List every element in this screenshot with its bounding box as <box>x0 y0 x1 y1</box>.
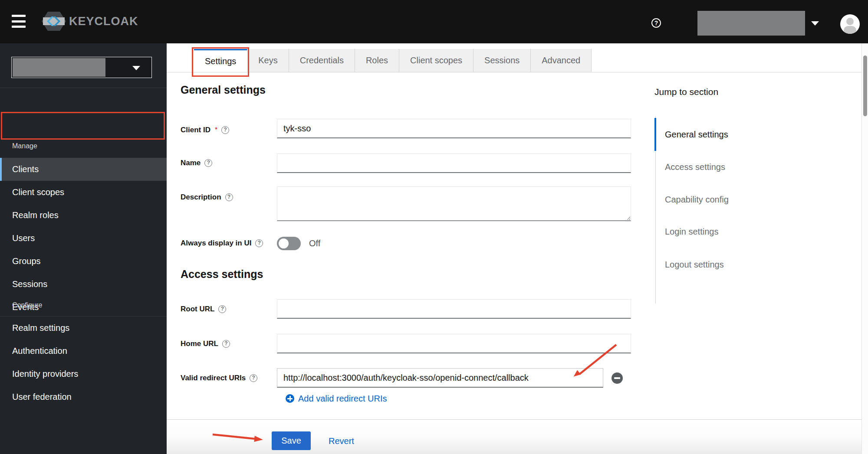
root-url-input[interactable] <box>277 299 631 319</box>
client-id-label: Client ID <box>181 126 210 134</box>
nav-section-label-manage: Manage <box>12 141 37 151</box>
sidebar-item-client-scopes[interactable]: Client scopes <box>0 181 167 204</box>
user-menu[interactable] <box>697 11 819 36</box>
jump-link-login-settings[interactable]: Login settings <box>665 226 718 237</box>
sidebar-item-realm-settings[interactable]: Realm settings <box>0 317 167 340</box>
home-url-input[interactable] <box>277 334 631 353</box>
always-display-label-row: Always display in UI <box>181 238 263 248</box>
section-heading-access: Access settings <box>181 268 263 281</box>
help-icon[interactable] <box>221 126 229 134</box>
avatar[interactable] <box>840 14 860 34</box>
hamburger-bar <box>12 15 26 17</box>
sidebar-item-sessions[interactable]: Sessions <box>0 273 167 296</box>
redacted-username-block <box>697 11 805 36</box>
description-textarea[interactable] <box>277 186 631 221</box>
sidebar-item-authentication[interactable]: Authentication <box>0 340 167 363</box>
help-icon[interactable] <box>250 374 257 382</box>
redirect-uri-input[interactable] <box>277 368 603 388</box>
client-id-label-row: Client ID * <box>181 125 229 135</box>
sidebar-divider <box>0 88 167 88</box>
remove-redirect-uri-button[interactable] <box>612 372 623 384</box>
add-redirect-uri-link[interactable]: Add valid redirect URIs <box>286 393 387 404</box>
keycloak-hexagon-icon <box>41 10 66 32</box>
always-display-label: Always display in UI <box>181 239 251 248</box>
jump-link-capability-config[interactable]: Capability config <box>665 194 729 205</box>
tabs-underline <box>167 72 868 72</box>
name-label: Name <box>181 159 201 167</box>
name-input[interactable] <box>277 154 631 173</box>
sidebar-item-realm-roles[interactable]: Realm roles <box>0 204 167 227</box>
help-icon[interactable] <box>204 159 212 167</box>
jump-link-access-settings[interactable]: Access settings <box>665 162 725 172</box>
root-url-label: Root URL <box>181 305 214 314</box>
home-url-label-row: Home URL <box>181 339 230 349</box>
masthead: KEYCLOAK <box>0 0 868 43</box>
add-redirect-uri-label: Add valid redirect URIs <box>298 394 387 404</box>
tab-keys[interactable]: Keys <box>247 49 289 72</box>
client-tabs: Settings Keys Credentials Roles Client s… <box>194 49 592 72</box>
tab-advanced[interactable]: Advanced <box>531 49 592 72</box>
description-label: Description <box>181 193 221 202</box>
section-heading-general: General settings <box>181 84 266 96</box>
sidebar-item-clients[interactable]: Clients <box>0 158 167 181</box>
brand-text: KEYCLOAK <box>69 15 138 28</box>
name-label-row: Name <box>181 158 212 168</box>
toggle-knob <box>279 238 289 248</box>
tab-roles[interactable]: Roles <box>355 49 399 72</box>
redacted-realm-name <box>13 58 105 77</box>
save-button[interactable]: Save <box>272 431 311 450</box>
required-asterisk: * <box>215 126 217 134</box>
chevron-down-icon <box>132 66 140 70</box>
jump-to-section-heading: Jump to section <box>654 87 718 97</box>
hamburger-bar <box>12 26 26 28</box>
keycloak-admin-console: KEYCLOAK Manage Clients Client scopes Re… <box>0 0 868 454</box>
sidebar-item-users[interactable]: Users <box>0 227 167 250</box>
help-icon[interactable] <box>225 193 233 201</box>
description-label-row: Description <box>181 192 233 203</box>
tab-credentials[interactable]: Credentials <box>289 49 355 72</box>
jump-link-general-settings[interactable]: General settings <box>665 129 728 140</box>
toggle-state-label: Off <box>309 238 320 248</box>
help-icon[interactable] <box>218 305 226 313</box>
sidebar-item-identity-providers[interactable]: Identity providers <box>0 363 167 385</box>
sidebar-nav: Manage Clients Client scopes Realm roles… <box>0 43 167 454</box>
redirect-uris-label-row: Valid redirect URIs <box>181 373 257 383</box>
tab-client-scopes[interactable]: Client scopes <box>399 49 473 72</box>
hamburger-bar <box>12 20 26 23</box>
menu-toggle-button[interactable] <box>12 15 26 28</box>
help-icon[interactable] <box>222 340 230 348</box>
tab-sessions[interactable]: Sessions <box>473 49 531 72</box>
home-url-label: Home URL <box>181 340 218 348</box>
nav-section-label-configure: Configure <box>12 300 42 310</box>
help-icon[interactable] <box>255 239 263 247</box>
always-display-toggle[interactable] <box>277 237 301 250</box>
tab-settings[interactable]: Settings <box>194 49 247 72</box>
jump-link-logout-settings[interactable]: Logout settings <box>665 259 724 270</box>
root-url-label-row: Root URL <box>181 304 226 314</box>
revert-button[interactable]: Revert <box>329 436 354 446</box>
redirect-uris-label: Valid redirect URIs <box>181 374 246 382</box>
help-icon[interactable] <box>651 18 661 28</box>
scrollbar-thumb[interactable] <box>863 56 867 116</box>
scrollbar-track[interactable] <box>861 43 868 454</box>
sidebar-item-user-federation[interactable]: User federation <box>0 385 167 408</box>
keycloak-logo: KEYCLOAK <box>41 10 138 32</box>
jump-active-indicator <box>654 118 656 151</box>
chevron-down-icon <box>811 21 819 26</box>
sidebar-item-groups[interactable]: Groups <box>0 250 167 273</box>
client-id-input[interactable] <box>277 119 631 138</box>
plus-circle-icon <box>286 394 294 403</box>
realm-selector-dropdown[interactable] <box>11 57 152 78</box>
